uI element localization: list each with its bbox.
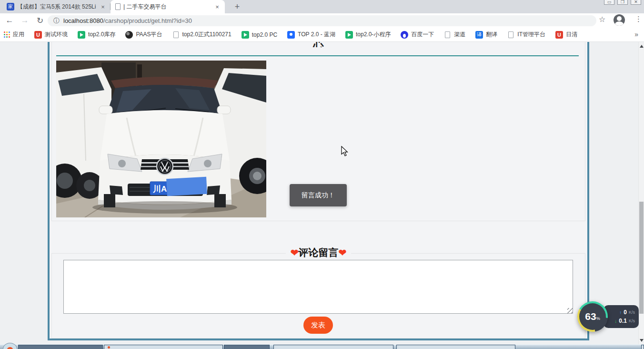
baidu-icon <box>401 31 408 39</box>
window-restore-button[interactable]: ❐ <box>617 0 628 5</box>
clipped-heading: 心 <box>51 42 585 47</box>
play-green-icon <box>242 31 249 39</box>
comment-section-title: ❤评论留言❤ <box>51 246 585 260</box>
publish-button[interactable]: 发表 <box>303 317 333 334</box>
close-tab-icon[interactable]: × <box>99 3 107 10</box>
mouse-cursor <box>341 146 350 159</box>
scroll-up-icon[interactable] <box>640 45 644 48</box>
svg-text:川A: 川A <box>152 185 167 194</box>
bookmark-lanhu[interactable]: TOP 2.0 - 蓝湖 <box>287 31 335 39</box>
bookmark-translate[interactable]: 译 翻译 <box>475 31 497 39</box>
reload-icon[interactable]: ↻ <box>34 15 46 26</box>
doc-icon <box>173 31 179 38</box>
url-path: /carshop/product/get.html?id=30 <box>103 17 192 24</box>
tab-title: 【成都】宝马5系 2014款 525Li <box>17 3 96 11</box>
doc-icon <box>508 31 513 38</box>
close-tab-icon[interactable]: × <box>213 3 221 10</box>
tab-strip: 家 【成都】宝马5系 2014款 525Li × | 二手车交易平台 × + ▭… <box>0 0 644 13</box>
taskbar-button[interactable] <box>641 345 644 349</box>
tab-title: | 二手车交易平台 <box>123 3 211 11</box>
tab-autohome[interactable]: 家 【成都】宝马5系 2014款 525Li × <box>3 0 111 13</box>
upload-speed-row: ↑ 0 K/s <box>604 308 639 317</box>
translate-icon: 译 <box>475 31 483 39</box>
bookmark-channel[interactable]: 渠道 <box>444 31 465 39</box>
bookmarks-bar: 应用 U 测试环境 top2.0库存 PAAS平台 top2.0正式110027… <box>0 28 644 42</box>
bookmark-apps[interactable]: 应用 <box>4 31 24 39</box>
window-controls: ▭ ❐ ✕ <box>604 0 641 6</box>
new-tab-button[interactable]: + <box>231 1 243 12</box>
taskbar-button[interactable] <box>224 345 270 349</box>
window-minimize-button[interactable]: ▭ <box>604 0 614 5</box>
bookmark-test-env[interactable]: U 测试环境 <box>34 31 68 39</box>
taskbar-button[interactable] <box>18 345 103 349</box>
url-host: localhost:8080 <box>63 17 103 24</box>
scrollbar-thumb[interactable] <box>639 202 644 314</box>
screen: { "browser": { "tabs": [ { "title": "【成都… <box>0 0 644 349</box>
toast-message: 留言成功！ <box>290 184 347 206</box>
paas-icon <box>125 31 133 39</box>
upload-arrow-icon: ↑ <box>619 310 622 315</box>
taskbar-button-icon <box>108 346 110 349</box>
section-divider <box>56 55 579 56</box>
scroll-down-icon[interactable] <box>640 339 644 342</box>
heart-icon: ❤ <box>291 247 299 258</box>
memory-gauge-value: 63 % <box>579 303 606 330</box>
u-red-icon: U <box>555 31 563 39</box>
bookmark-it-platform[interactable]: IT管理平台 <box>507 31 545 39</box>
browser-menu-icon[interactable]: ⋮ <box>635 15 642 23</box>
back-icon[interactable]: ← <box>4 15 15 26</box>
bookmark-top2-pc[interactable]: top2.0 PC <box>242 31 277 39</box>
u-red-icon: U <box>34 31 42 39</box>
lanhu-icon <box>287 31 295 39</box>
bookmark-top2-stock[interactable]: top2.0库存 <box>78 31 115 39</box>
taskbar-button[interactable] <box>273 345 393 349</box>
forward-icon: → <box>19 15 30 26</box>
bookmark-top2-miniapp[interactable]: top2.0-小程序 <box>345 31 391 39</box>
info-icon[interactable]: ⓘ <box>53 17 60 25</box>
comment-input[interactable] <box>63 260 573 314</box>
profile-avatar[interactable] <box>614 14 625 26</box>
doc-icon <box>445 31 450 38</box>
heart-icon: ❤ <box>339 247 347 258</box>
taskbar-button[interactable] <box>396 345 515 349</box>
download-arrow-icon: ↓ <box>614 318 617 324</box>
tab-carshop[interactable]: | 二手车交易平台 × <box>111 0 225 13</box>
bookmark-riqing[interactable]: U 日清 <box>555 31 577 39</box>
play-green-icon <box>78 31 85 39</box>
address-bar[interactable]: ⓘ localhost:8080 /carshop/product/get.ht… <box>48 15 596 26</box>
bookmark-paas[interactable]: PAAS平台 <box>125 31 162 39</box>
taskbar-button[interactable] <box>104 345 223 349</box>
play-green-icon <box>345 31 353 39</box>
download-speed-row: ↓ 0.1 K/s <box>604 317 639 325</box>
apps-grid-icon <box>4 31 10 38</box>
bookmarks-overflow-icon[interactable]: » <box>634 31 638 38</box>
car-photo: 川A <box>56 61 266 217</box>
bookmark-top2-formal[interactable]: top2.0正式1100271 <box>172 31 231 39</box>
page-favicon-icon <box>115 3 121 10</box>
window-close-button[interactable]: ✕ <box>631 0 641 5</box>
network-speed-panel[interactable]: ↑ 0 K/s ↓ 0.1 K/s <box>604 305 639 328</box>
bookmark-baidu[interactable]: 百度一下 <box>401 31 434 39</box>
bookmark-star-icon[interactable]: ☆ <box>599 15 605 24</box>
memory-gauge[interactable]: 63 % <box>577 301 608 332</box>
autohome-favicon-icon: 家 <box>7 3 14 10</box>
textarea-resize-handle[interactable] <box>567 308 573 313</box>
